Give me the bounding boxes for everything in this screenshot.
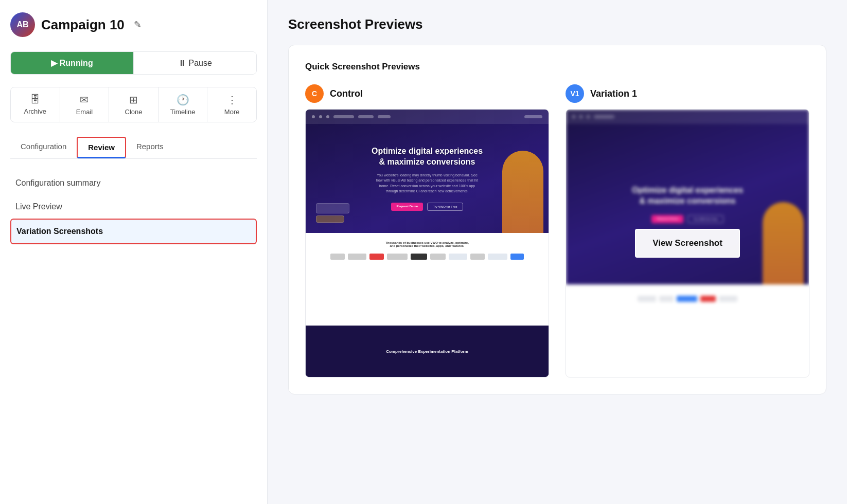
variation-v1: V1 Variation 1 — [566, 84, 809, 377]
fake-logo-8 — [470, 254, 485, 260]
control-name: Control — [330, 88, 363, 99]
control-header: C Control — [305, 84, 549, 103]
fake-logo-9 — [488, 254, 507, 260]
clone-icon: ⊞ — [129, 94, 138, 106]
toolbar-timeline[interactable]: 🕐 Timeline — [158, 87, 208, 122]
fake-buttons: Request Demo Try VWO for Free — [391, 203, 463, 211]
preview-section-title: Quick Screenshot Previews — [305, 62, 809, 72]
toolbar: 🗄 Archive ✉ Email ⊞ Clone 🕐 Timeline ⋮ M… — [10, 87, 257, 122]
edit-icon[interactable]: ✎ — [134, 19, 142, 30]
tab-review[interactable]: Review — [77, 137, 126, 158]
fake-nav-control — [306, 110, 549, 124]
view-screenshot-overlay: View Screenshot — [566, 110, 809, 377]
timeline-label: Timeline — [170, 108, 196, 116]
more-label: More — [224, 108, 240, 116]
fake-logo-6 — [430, 254, 446, 260]
nav-configuration-summary[interactable]: Configuration summary — [10, 171, 257, 195]
nav-dot-1 — [312, 115, 315, 118]
v1-name: Variation 1 — [590, 88, 637, 99]
sidebar: AB Campaign 10 ✎ ▶ Running ⏸ Pause 🗄 Arc… — [0, 0, 268, 504]
view-screenshot-button[interactable]: View Screenshot — [635, 229, 740, 258]
fake-logos — [330, 254, 524, 260]
fake-logo-1 — [330, 254, 345, 260]
fake-logo-2 — [348, 254, 366, 260]
campaign-title: Campaign 10 — [41, 17, 125, 33]
nav-dot-2 — [319, 115, 322, 118]
fake-logo-10 — [510, 254, 524, 260]
toolbar-more[interactable]: ⋮ More — [207, 87, 256, 122]
nav-text-4 — [524, 115, 542, 118]
tabs: Configuration Review Reports — [10, 137, 257, 159]
nav-text-2 — [358, 115, 374, 118]
fake-card-2 — [316, 215, 344, 223]
running-button[interactable]: ▶ Running — [11, 52, 133, 74]
nav-text-3 — [378, 115, 391, 118]
fake-card-1 — [316, 203, 349, 213]
fake-logo-5 — [411, 254, 427, 260]
archive-icon: 🗄 — [30, 94, 40, 105]
archive-label: Archive — [24, 107, 46, 115]
fake-logo-3 — [369, 254, 384, 260]
pause-button[interactable]: ⏸ Pause — [133, 52, 256, 74]
fake-subtext: You website's loading may directly thumb… — [376, 173, 479, 194]
nav-items: Configuration summary Live Preview Varia… — [10, 171, 257, 244]
nav-live-preview[interactable]: Live Preview — [10, 195, 257, 219]
page-title: Screenshot Previews — [288, 16, 826, 32]
v1-screenshot-wrapper[interactable]: Optimize digital experiences& maximize c… — [566, 109, 809, 377]
fake-s3-text: Comprehensive Experimentation Platform — [386, 349, 468, 354]
main-content: Screenshot Previews Quick Screenshot Pre… — [268, 0, 847, 504]
control-badge: C — [305, 84, 324, 103]
preview-card: Quick Screenshot Previews C Control — [288, 45, 826, 394]
nav-variation-screenshots[interactable]: Variation Screenshots — [10, 219, 257, 244]
action-buttons: ▶ Running ⏸ Pause — [10, 51, 257, 75]
fake-logo-4 — [387, 254, 408, 260]
fake-hero: Optimize digital experiences& maximize c… — [306, 124, 549, 233]
previews-grid: C Control — [305, 84, 809, 377]
v1-badge: V1 — [566, 84, 584, 103]
fake-section2: Thousands of businesses use VWO to analy… — [306, 233, 549, 326]
nav-dot-3 — [326, 115, 329, 118]
fake-section3: Comprehensive Experimentation Platform — [306, 326, 549, 377]
avatar: AB — [10, 12, 35, 37]
variation-control: C Control — [305, 84, 549, 377]
nav-text-1 — [333, 115, 354, 118]
fake-logo-7 — [449, 254, 467, 260]
tab-reports[interactable]: Reports — [126, 137, 174, 158]
fake-btn-secondary: Try VWO for Free — [427, 203, 463, 211]
tab-configuration[interactable]: Configuration — [10, 137, 77, 158]
toolbar-email[interactable]: ✉ Email — [60, 87, 110, 122]
v1-header: V1 Variation 1 — [566, 84, 809, 103]
email-icon: ✉ — [80, 94, 89, 106]
control-screenshot: Optimize digital experiences& maximize c… — [305, 109, 549, 377]
clone-label: Clone — [125, 108, 143, 116]
toolbar-clone[interactable]: ⊞ Clone — [109, 87, 158, 122]
fake-s2-title: Thousands of businesses use VWO to analy… — [385, 241, 469, 247]
fake-btn-primary: Request Demo — [391, 203, 423, 211]
header-row: AB Campaign 10 ✎ — [10, 12, 257, 37]
fake-person — [502, 151, 543, 233]
timeline-icon: 🕐 — [177, 94, 189, 106]
email-label: Email — [76, 108, 93, 116]
toolbar-archive[interactable]: 🗄 Archive — [11, 87, 60, 122]
fake-cards — [316, 203, 349, 223]
more-icon: ⋮ — [227, 94, 237, 106]
fake-headline: Optimize digital experiences& maximize c… — [372, 146, 483, 168]
